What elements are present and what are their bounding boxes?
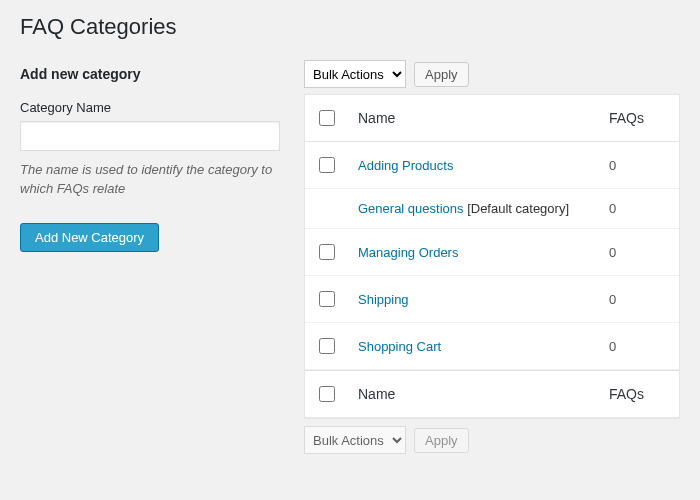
- row-checkbox[interactable]: [319, 291, 335, 307]
- table-row: Shopping Cart0: [305, 323, 679, 370]
- select-all-checkbox-bottom[interactable]: [319, 386, 335, 402]
- select-all-checkbox[interactable]: [319, 110, 335, 126]
- page-title: FAQ Categories: [20, 14, 680, 40]
- category-link[interactable]: Adding Products: [358, 158, 453, 173]
- form-heading: Add new category: [20, 66, 280, 82]
- table-row: General questions [Default category]0: [305, 189, 679, 229]
- category-link[interactable]: General questions: [358, 201, 464, 216]
- category-name-input[interactable]: [20, 121, 280, 151]
- categories-table: Name FAQs Adding Products0General questi…: [304, 94, 680, 418]
- faq-count: 0: [599, 142, 679, 189]
- faq-count: 0: [599, 323, 679, 370]
- table-row: Managing Orders0: [305, 229, 679, 276]
- table-row: Shipping0: [305, 276, 679, 323]
- default-badge: [Default category]: [464, 201, 570, 216]
- column-faqs[interactable]: FAQs: [599, 95, 679, 142]
- bulk-actions-select-bottom[interactable]: Bulk Actions: [304, 426, 406, 454]
- category-link[interactable]: Shopping Cart: [358, 339, 441, 354]
- column-name[interactable]: Name: [348, 95, 599, 142]
- add-category-form: Add new category Category Name The name …: [20, 60, 280, 460]
- row-checkbox[interactable]: [319, 244, 335, 260]
- row-checkbox[interactable]: [319, 338, 335, 354]
- category-name-description: The name is used to identify the categor…: [20, 161, 280, 199]
- apply-button[interactable]: Apply: [414, 62, 469, 87]
- tablenav-top: Bulk Actions Apply: [304, 60, 680, 88]
- apply-button-bottom[interactable]: Apply: [414, 428, 469, 453]
- table-row: Adding Products0: [305, 142, 679, 189]
- tablenav-bottom: Bulk Actions Apply: [304, 426, 680, 454]
- category-name-label: Category Name: [20, 100, 280, 115]
- faq-count: 0: [599, 189, 679, 229]
- bulk-actions-select[interactable]: Bulk Actions: [304, 60, 406, 88]
- category-link[interactable]: Shipping: [358, 292, 409, 307]
- add-new-category-button[interactable]: Add New Category: [20, 223, 159, 252]
- column-faqs-footer: FAQs: [599, 370, 679, 417]
- row-checkbox[interactable]: [319, 157, 335, 173]
- faq-count: 0: [599, 229, 679, 276]
- category-link[interactable]: Managing Orders: [358, 245, 458, 260]
- column-name-footer: Name: [348, 370, 599, 417]
- faq-count: 0: [599, 276, 679, 323]
